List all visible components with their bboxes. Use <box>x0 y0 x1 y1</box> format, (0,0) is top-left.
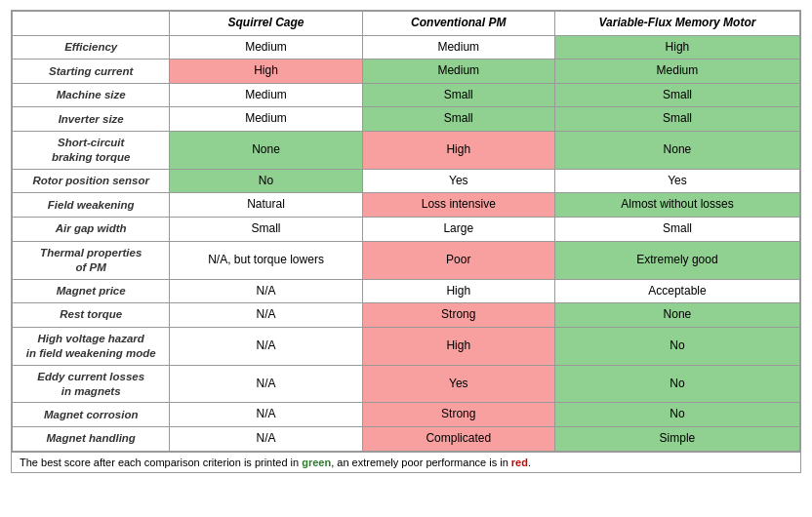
vfmm-cell: Small <box>554 83 799 107</box>
conv-pm-cell: High <box>362 131 554 169</box>
row-label: Magnet price <box>13 279 170 303</box>
conv-pm-cell: Loss intensive <box>362 193 554 218</box>
row-label: Field weakening <box>13 193 170 218</box>
table-row: Magnet corrosionN/AStrongNo <box>13 403 800 427</box>
row-label: Rest torque <box>13 303 170 328</box>
footer-red-word: red <box>511 457 528 468</box>
table-row: Air gap widthSmallLargeSmall <box>13 218 800 242</box>
row-label: Machine size <box>13 83 170 107</box>
vfmm-cell: No <box>554 327 799 365</box>
conv-pm-cell: Complicated <box>362 427 554 452</box>
row-label: Eddy current lossesin magnets <box>13 365 170 403</box>
squirrel-cell: None <box>170 131 362 169</box>
conv-pm-cell: Medium <box>362 60 554 84</box>
comparison-table: Squirrel Cage Conventional PM Variable-F… <box>12 11 800 452</box>
comparison-table-wrapper: Squirrel Cage Conventional PM Variable-F… <box>11 10 801 473</box>
squirrel-cell: Medium <box>170 83 362 107</box>
row-label: Efficiency <box>13 35 170 60</box>
table-row: High voltage hazardin field weakening mo… <box>13 327 800 365</box>
vfmm-cell: Simple <box>554 427 799 452</box>
table-row: Field weakeningNaturalLoss intensiveAlmo… <box>13 193 800 218</box>
footer-green-word: green <box>302 457 331 468</box>
table-row: Starting currentHighMediumMedium <box>13 60 800 84</box>
vfmm-cell: Yes <box>554 169 799 193</box>
header-vfmm: Variable-Flux Memory Motor <box>554 12 799 36</box>
squirrel-cell: N/A <box>170 427 362 452</box>
row-label: Magnet handling <box>13 427 170 452</box>
conv-pm-cell: Strong <box>362 403 554 427</box>
table-row: Short-circuitbraking torqueNoneHighNone <box>13 131 800 169</box>
row-label: Inverter size <box>13 107 170 132</box>
footer-suffix: . <box>528 457 531 468</box>
vfmm-cell: None <box>554 303 799 328</box>
squirrel-cell: N/A <box>170 279 362 303</box>
squirrel-cell: N/A, but torque lowers <box>170 241 362 279</box>
header-conv-pm: Conventional PM <box>362 12 554 36</box>
row-label: Magnet corrosion <box>13 403 170 427</box>
table-row: Magnet handlingN/AComplicatedSimple <box>13 427 800 452</box>
conv-pm-cell: Large <box>362 218 554 242</box>
header-squirrel: Squirrel Cage <box>170 12 362 36</box>
squirrel-cell: N/A <box>170 365 362 403</box>
footer-prefix: The best score after each comparison cri… <box>20 457 302 468</box>
row-label: Rotor position sensor <box>13 169 170 193</box>
vfmm-cell: Medium <box>554 60 799 84</box>
conv-pm-cell: High <box>362 327 554 365</box>
vfmm-cell: None <box>554 131 799 169</box>
footer-middle: , an extremely poor performance is in <box>331 457 511 468</box>
vfmm-cell: Extremely good <box>554 241 799 279</box>
squirrel-cell: Natural <box>170 193 362 218</box>
table-body: EfficiencyMediumMediumHighStarting curre… <box>13 35 800 451</box>
table-row: Thermal propertiesof PMN/A, but torque l… <box>13 241 800 279</box>
header-row: Squirrel Cage Conventional PM Variable-F… <box>13 12 800 36</box>
table-row: Rotor position sensorNoYesYes <box>13 169 800 193</box>
table-row: Magnet priceN/AHighAcceptable <box>13 279 800 303</box>
vfmm-cell: Small <box>554 107 799 132</box>
conv-pm-cell: Small <box>362 83 554 107</box>
table-row: Machine sizeMediumSmallSmall <box>13 83 800 107</box>
squirrel-cell: N/A <box>170 403 362 427</box>
squirrel-cell: Medium <box>170 35 362 60</box>
table-row: Inverter sizeMediumSmallSmall <box>13 107 800 132</box>
squirrel-cell: N/A <box>170 303 362 328</box>
footer-note: The best score after each comparison cri… <box>12 452 800 472</box>
vfmm-cell: High <box>554 35 799 60</box>
squirrel-cell: High <box>170 60 362 84</box>
header-label-col <box>13 12 170 36</box>
row-label: Thermal propertiesof PM <box>13 241 170 279</box>
vfmm-cell: Small <box>554 218 799 242</box>
table-row: EfficiencyMediumMediumHigh <box>13 35 800 60</box>
row-label: Short-circuitbraking torque <box>13 131 170 169</box>
conv-pm-cell: Yes <box>362 365 554 403</box>
row-label: High voltage hazardin field weakening mo… <box>13 327 170 365</box>
squirrel-cell: Small <box>170 218 362 242</box>
row-label: Starting current <box>13 60 170 84</box>
conv-pm-cell: Medium <box>362 35 554 60</box>
squirrel-cell: No <box>170 169 362 193</box>
conv-pm-cell: Poor <box>362 241 554 279</box>
conv-pm-cell: High <box>362 279 554 303</box>
vfmm-cell: No <box>554 403 799 427</box>
squirrel-cell: N/A <box>170 327 362 365</box>
vfmm-cell: Acceptable <box>554 279 799 303</box>
row-label: Air gap width <box>13 218 170 242</box>
conv-pm-cell: Strong <box>362 303 554 328</box>
vfmm-cell: No <box>554 365 799 403</box>
squirrel-cell: Medium <box>170 107 362 132</box>
conv-pm-cell: Yes <box>362 169 554 193</box>
table-row: Eddy current lossesin magnetsN/AYesNo <box>13 365 800 403</box>
conv-pm-cell: Small <box>362 107 554 132</box>
vfmm-cell: Almost without losses <box>554 193 799 218</box>
table-row: Rest torqueN/AStrongNone <box>13 303 800 328</box>
